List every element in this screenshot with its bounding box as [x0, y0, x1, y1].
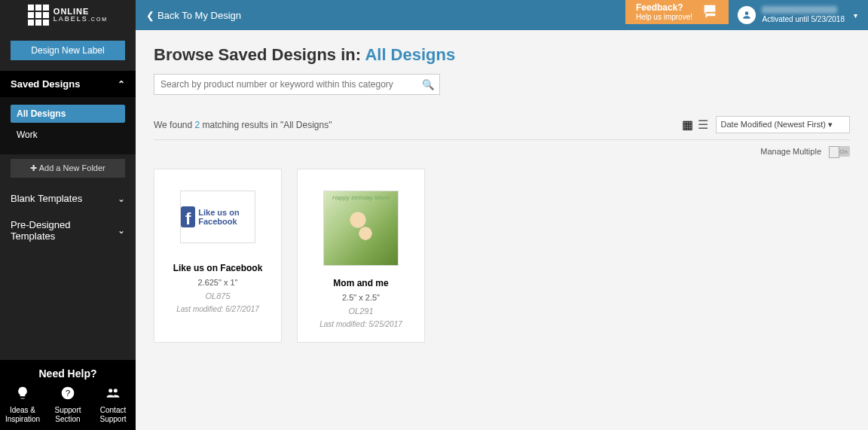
- account-menu[interactable]: Activated until 5/23/2018 ▾: [738, 0, 857, 30]
- card-sku: OL291: [307, 306, 415, 316]
- lightbulb-icon: [15, 386, 30, 401]
- folders-list: All Designs Work: [0, 97, 136, 154]
- feedback-subtitle: Help us improve!: [636, 13, 692, 21]
- logo-text: ONLINELABELS.COM: [53, 8, 108, 23]
- results-prefix: We found: [154, 120, 194, 130]
- plus-icon: ✚: [30, 163, 38, 172]
- predesigned-templates-header[interactable]: Pre-Designed Templates ⌄: [0, 212, 136, 249]
- back-link[interactable]: ❮ Back To My Design: [146, 10, 241, 21]
- page-title-prefix: Browse Saved Designs in:: [154, 45, 365, 64]
- folder-work[interactable]: Work: [11, 126, 125, 144]
- chevron-down-icon: ⌄: [118, 194, 125, 204]
- saved-designs-header[interactable]: Saved Designs ⌃: [0, 71, 136, 97]
- facebook-icon: f: [181, 206, 195, 227]
- card-title: Like us on Facebook: [164, 263, 272, 273]
- search-box: 🔍: [154, 74, 440, 95]
- blank-templates-header[interactable]: Blank Templates ⌄: [0, 185, 136, 212]
- card-title: Mom and me: [307, 278, 415, 288]
- chevron-down-icon: ⌄: [118, 225, 125, 236]
- grid-view-icon[interactable]: ▦: [682, 117, 693, 132]
- people-icon: [105, 386, 121, 401]
- design-new-label-button[interactable]: Design New Label: [11, 41, 125, 60]
- manage-toggle[interactable]: On: [829, 146, 850, 157]
- results-suffix: matching results in "All Designs": [200, 120, 332, 130]
- folder-all-designs[interactable]: All Designs: [11, 105, 125, 123]
- chat-icon: [701, 2, 718, 22]
- add-folder-label: Add a New Folder: [39, 163, 105, 172]
- design-card[interactable]: Happy birthday Mom! Mom and me 2.5" x 2.…: [297, 169, 425, 343]
- blank-templates-label: Blank Templates: [11, 193, 82, 204]
- saved-designs-label: Saved Designs: [11, 78, 81, 90]
- card-modified: Last modified: 5/25/2017: [307, 320, 415, 328]
- design-card[interactable]: f Like us on Facebook Like us on Faceboo…: [154, 169, 282, 343]
- help-contact[interactable]: Contact Support: [92, 386, 134, 424]
- add-folder-button[interactable]: ✚ Add a New Folder: [11, 159, 125, 178]
- manage-label: Manage Multiple: [760, 147, 821, 156]
- help-contact-label: Contact Support: [92, 406, 134, 424]
- chevron-down-icon: ▾: [828, 120, 833, 129]
- topbar: ONLINELABELS.COM ❮ Back To My Design Fee…: [0, 0, 868, 30]
- help-section: Need Help? Ideas & Inspiration ? Support…: [0, 360, 136, 430]
- card-dimensions: 2.5" x 2.5": [307, 293, 415, 302]
- main-content: Browse Saved Designs in: All Designs 🔍 W…: [136, 30, 868, 430]
- search-button[interactable]: 🔍: [417, 75, 439, 94]
- thumb-text: Like us on Facebook: [198, 208, 255, 226]
- card-modified: Last modified: 6/27/2017: [164, 305, 272, 313]
- card-sku: OL875: [164, 291, 272, 300]
- avatar-icon: [738, 6, 756, 24]
- help-ideas-label: Ideas & Inspiration: [2, 406, 44, 424]
- predesigned-templates-label: Pre-Designed Templates: [11, 219, 118, 242]
- logo[interactable]: ONLINELABELS.COM: [0, 0, 136, 30]
- sidebar: Design New Label Saved Designs ⌃ All Des…: [0, 30, 136, 430]
- list-view-icon[interactable]: ☰: [698, 117, 708, 132]
- view-toggle: ▦ ☰: [682, 117, 708, 132]
- sort-selected: Date Modified (Newest First): [721, 120, 826, 129]
- sort-select[interactable]: Date Modified (Newest First) ▾: [716, 116, 850, 133]
- manage-row: Manage Multiple On: [154, 146, 850, 157]
- design-thumbnail: f Like us on Facebook: [180, 191, 255, 243]
- search-input[interactable]: [154, 75, 417, 94]
- account-email: [762, 6, 837, 14]
- results-bar: We found 2 matching results in "All Desi…: [154, 116, 850, 140]
- card-dimensions: 2.625" x 1": [164, 278, 272, 287]
- results-text: We found 2 matching results in "All Desi…: [154, 120, 332, 130]
- thumb-caption: Happy birthday Mom!: [324, 194, 398, 201]
- chevron-left-icon: ❮: [146, 10, 154, 21]
- help-support-label: Support Section: [47, 406, 89, 424]
- toggle-state: On: [839, 148, 848, 155]
- logo-grid-icon: [28, 5, 49, 26]
- account-status: Activated until 5/23/2018: [762, 15, 845, 23]
- page-title-category: All Designs: [365, 45, 455, 64]
- svg-text:?: ?: [66, 388, 71, 398]
- back-label: Back To My Design: [157, 10, 241, 21]
- question-icon: ?: [60, 386, 75, 401]
- search-icon: 🔍: [422, 79, 435, 90]
- help-title: Need Help?: [0, 367, 136, 380]
- feedback-title: Feedback?: [636, 3, 692, 13]
- chevron-down-icon: ▾: [854, 11, 857, 20]
- design-thumbnail: Happy birthday Mom!: [323, 191, 399, 266]
- cards-grid: f Like us on Facebook Like us on Faceboo…: [154, 169, 850, 343]
- page-title: Browse Saved Designs in: All Designs: [154, 45, 850, 65]
- help-ideas[interactable]: Ideas & Inspiration: [2, 386, 44, 424]
- feedback-button[interactable]: Feedback? Help us improve!: [625, 0, 729, 24]
- help-support-section[interactable]: ? Support Section: [47, 386, 89, 424]
- chevron-up-icon: ⌃: [118, 79, 125, 90]
